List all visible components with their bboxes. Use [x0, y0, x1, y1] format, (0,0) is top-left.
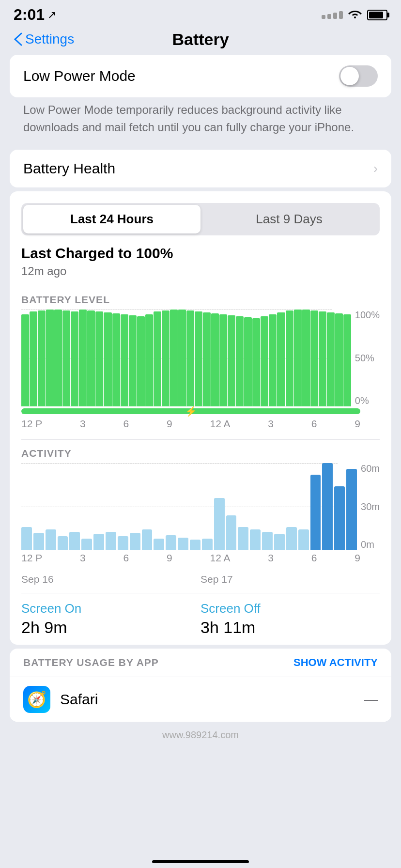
last-charged-sub: 12m ago — [21, 264, 380, 278]
battery-bar — [327, 312, 335, 406]
home-indicator — [152, 860, 249, 863]
segment-9days[interactable]: Last 9 Days — [200, 205, 378, 233]
battery-bar — [195, 311, 202, 406]
activity-chart — [21, 463, 357, 550]
activity-bar — [250, 529, 261, 550]
safari-label: Safari — [60, 691, 364, 708]
divider2 — [21, 439, 380, 440]
screen-off-stat: Screen Off 3h 11m — [200, 601, 380, 637]
battery-bar — [154, 311, 161, 406]
battery-bar — [252, 318, 260, 406]
battery-bar — [261, 316, 268, 406]
charging-line: ⚡ — [21, 408, 360, 414]
divider — [21, 286, 380, 286]
screen-stats: Screen On 2h 9m Screen Off 3h 11m — [21, 601, 380, 637]
activity-bar — [58, 536, 68, 550]
activity-bar — [346, 469, 357, 550]
status-bar: 2:01 ↗ — [0, 0, 401, 27]
wifi-icon — [348, 8, 362, 22]
activity-x-labels: 12 P 3 6 9 12 A 3 6 9 — [21, 550, 380, 564]
date-right: Sep 17 — [200, 574, 380, 585]
toggle-knob — [340, 67, 359, 85]
battery-bar — [286, 310, 293, 406]
usage-header: BATTERY USAGE BY APP SHOW ACTIVITY — [10, 649, 391, 677]
low-power-mode-card: Low Power Mode — [10, 55, 391, 97]
battery-bar — [236, 316, 244, 406]
battery-health-label: Battery Health — [23, 160, 115, 177]
status-time: 2:01 — [14, 6, 45, 24]
battery-bar — [54, 310, 62, 406]
page-title: Battery — [172, 30, 229, 49]
activity-bar — [310, 475, 321, 550]
battery-bar — [302, 310, 310, 406]
battery-bar — [71, 311, 78, 406]
low-power-mode-description: Low Power Mode temporarily reduces backg… — [10, 97, 391, 146]
activity-bar — [202, 539, 213, 550]
battery-health-row[interactable]: Battery Health › — [10, 150, 391, 187]
screen-on-value: 2h 9m — [21, 618, 200, 637]
battery-health-section: Battery Health › — [10, 150, 391, 187]
low-power-mode-toggle[interactable] — [339, 65, 378, 87]
date-left: Sep 16 — [21, 574, 200, 585]
activity-bar — [178, 538, 188, 550]
activity-bar — [130, 533, 140, 550]
battery-bar — [244, 317, 252, 406]
battery-stats-card: Last 24 Hours Last 9 Days Last Charged t… — [10, 191, 391, 645]
activity-bar — [154, 539, 164, 550]
screen-off-label: Screen Off — [200, 601, 380, 616]
battery-bar — [112, 313, 120, 406]
battery-icon — [367, 10, 387, 20]
activity-bar — [69, 532, 80, 550]
battery-bar — [335, 313, 343, 406]
activity-bar — [190, 540, 200, 550]
battery-health-card[interactable]: Battery Health › — [10, 150, 391, 187]
last-charged-title: Last Charged to 100% — [21, 245, 380, 262]
battery-level-chart — [21, 310, 351, 406]
battery-bar — [162, 310, 170, 406]
activity-label: ACTIVITY — [21, 448, 380, 459]
battery-bar — [219, 314, 227, 406]
activity-bar — [81, 539, 92, 550]
back-label: Settings — [25, 31, 74, 47]
bolt-icon: ⚡ — [185, 405, 197, 417]
status-icons — [322, 8, 387, 22]
activity-bar — [21, 527, 32, 550]
show-activity-button[interactable]: SHOW ACTIVITY — [293, 656, 378, 669]
activity-bar — [118, 536, 128, 550]
chevron-right-icon: › — [373, 161, 378, 176]
battery-x-labels: 12 P 3 6 9 12 A 3 6 9 — [21, 416, 380, 430]
battery-y-labels: 100% 50% 0% — [351, 310, 380, 406]
activity-bar — [286, 527, 297, 550]
low-power-mode-row[interactable]: Low Power Mode — [10, 55, 391, 97]
battery-bar — [170, 310, 178, 406]
screen-off-value: 3h 11m — [200, 618, 380, 637]
battery-bar — [310, 310, 318, 406]
battery-bar — [269, 314, 277, 406]
battery-bar — [294, 310, 302, 406]
low-power-mode-section: Low Power Mode Low Power Mode temporaril… — [10, 55, 391, 146]
time-segment-control[interactable]: Last 24 Hours Last 9 Days — [21, 203, 380, 235]
battery-bar — [228, 315, 235, 406]
battery-bar — [38, 310, 46, 406]
screen-on-label: Screen On — [21, 601, 200, 616]
battery-level-label: BATTERY LEVEL — [21, 294, 380, 306]
safari-icon: 🧭 — [23, 686, 50, 713]
battery-bar — [277, 312, 285, 406]
battery-usage-card: BATTERY USAGE BY APP SHOW ACTIVITY 🧭 Saf… — [10, 649, 391, 722]
battery-bar — [62, 310, 70, 406]
activity-bar — [106, 532, 116, 550]
activity-bar — [46, 529, 56, 550]
safari-app-row[interactable]: 🧭 Safari — — [10, 677, 391, 722]
safari-percent: — — [364, 692, 378, 707]
low-power-mode-label: Low Power Mode — [23, 68, 136, 84]
activity-bar — [93, 534, 104, 550]
segment-24hours[interactable]: Last 24 Hours — [23, 205, 200, 233]
divider3 — [21, 593, 380, 593]
activity-bar — [238, 527, 248, 550]
activity-bar — [262, 532, 273, 550]
activity-bar — [226, 515, 237, 550]
screen-on-stat: Screen On 2h 9m — [21, 601, 200, 637]
activity-bar — [298, 529, 309, 550]
back-button[interactable]: Settings — [14, 31, 74, 47]
battery-bar — [79, 310, 87, 406]
